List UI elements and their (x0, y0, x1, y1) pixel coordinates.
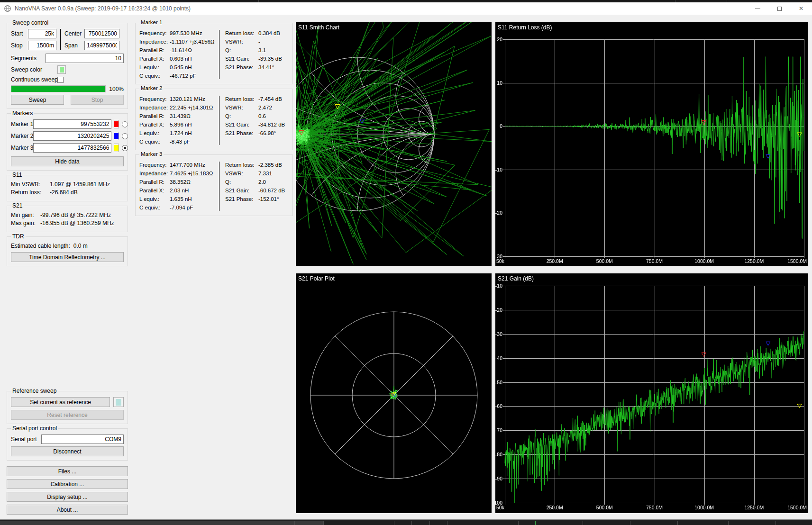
divider (776, 521, 776, 525)
detail-value: 0.545 nH (170, 64, 192, 70)
charts-grid: S11 Smith Chart S11 Return Loss (dB) S21… (296, 22, 808, 518)
minimize-icon (755, 9, 760, 9)
detail-label: Parallel R: (139, 179, 170, 185)
group-title: Marker 3 (139, 151, 164, 157)
detail-label: S21 Gain: (225, 188, 258, 193)
reset-reference-button[interactable]: Reset reference (11, 410, 124, 420)
stop-input[interactable] (28, 41, 56, 50)
detail-label: Frequency: (139, 96, 170, 102)
stop-label: Stop (11, 42, 28, 49)
detail-value: 1.724 nH (170, 130, 192, 136)
calibration-button[interactable]: Calibration ... (7, 479, 128, 489)
detail-label: VSWR: (225, 39, 258, 45)
maximize-icon (777, 7, 782, 11)
chart-title: S21 Gain (dB) (498, 275, 534, 282)
marker-3-color-fill (114, 145, 119, 151)
detail-label: Parallel X: (139, 188, 170, 193)
chart-title: S11 Return Loss (dB) (498, 24, 552, 31)
display-setup-button[interactable]: Display setup ... (7, 492, 128, 502)
start-input[interactable] (28, 29, 56, 38)
detail-label: Q: (225, 47, 258, 53)
detail-label: L equiv.: (139, 130, 170, 136)
sweep-color-fill (60, 67, 64, 72)
marker-1-radio[interactable] (122, 121, 128, 127)
close-button[interactable]: ✕ (790, 2, 812, 15)
app-icon (4, 5, 11, 12)
detail-value: - (258, 39, 260, 45)
divider (411, 521, 412, 525)
sweep-button[interactable]: Sweep (11, 95, 64, 105)
set-reference-button[interactable]: Set current as reference (11, 397, 110, 407)
detail-value: -11.614Ω (170, 47, 192, 53)
marker-1-color-swatch[interactable] (114, 120, 119, 128)
detail-value: 997.530 MHz (170, 30, 202, 36)
center-label: Center (64, 30, 84, 37)
segments-input[interactable] (46, 54, 124, 63)
marker-3-input[interactable] (33, 143, 111, 153)
detail-value: 0.603 nH (170, 56, 192, 62)
detail-value: 31.439Ω (170, 113, 191, 119)
detail-label: S21 Phase: (225, 130, 258, 136)
detail-label: Return loss: (225, 30, 258, 36)
divider (447, 521, 447, 525)
min-gain-value: -99.796 dB @ 35.7222 MHz (40, 212, 111, 218)
divider (258, 0, 259, 2)
serial-port-input[interactable] (41, 434, 124, 444)
max-gain-value: -16.955 dB @ 1360.259 MHz (40, 220, 114, 226)
reference-color-swatch[interactable] (113, 397, 124, 407)
marker-1-details-group: Marker 1 Frequency:997.530 MHz Impedance… (135, 23, 293, 84)
detail-value: 2.03 nH (170, 188, 189, 193)
group-title: S21 (11, 202, 24, 209)
center-input[interactable] (84, 29, 119, 38)
marker-1-label: Marker 1 (11, 121, 33, 127)
main-content: Sweep control Start Stop (0, 15, 812, 518)
marker-3-color-swatch[interactable] (114, 144, 119, 152)
title-bar[interactable]: NanoVNA Saver 0.0.9a (Sweep: 2019-09-17 … (0, 2, 812, 15)
sidebar-spacer (7, 266, 128, 387)
detail-value: 0.384 dB (258, 30, 280, 36)
minimize-button[interactable] (747, 2, 768, 15)
detail-label: Return loss: (225, 96, 258, 102)
taskbar-sliver[interactable] (0, 520, 812, 525)
detail-value: 1477.700 MHz (170, 162, 205, 168)
detail-value: -39.35 dB (258, 56, 282, 62)
s21-gain-canvas[interactable] (495, 273, 808, 513)
s11-return-loss-canvas[interactable] (495, 22, 808, 266)
sweep-control-group: Sweep control Start Stop (7, 23, 128, 109)
marker-3-radio[interactable] (122, 145, 128, 151)
tdr-button[interactable]: Time Domain Reflectometry ... (11, 252, 124, 262)
marker-2-input[interactable] (33, 131, 111, 141)
max-gain-label: Max gain: (11, 220, 40, 226)
files-button[interactable]: Files ... (7, 466, 128, 476)
detail-value: 2.472 (258, 105, 272, 110)
maximize-button[interactable] (768, 2, 790, 15)
continuous-sweep-checkbox[interactable] (57, 77, 64, 83)
detail-value: 7.4625 +j15.183Ω (170, 171, 213, 176)
divider (727, 0, 727, 2)
divider (219, 30, 219, 79)
serial-port-group: Serial port control Serial port Disconne… (7, 428, 128, 461)
marker-2-radio[interactable] (122, 133, 128, 139)
group-title: Marker 1 (139, 19, 164, 25)
sweep-color-swatch[interactable] (57, 65, 66, 74)
segments-label: Segments (11, 55, 46, 62)
group-title: Marker 2 (139, 85, 164, 91)
detail-value: 34.41° (258, 64, 274, 70)
about-button[interactable]: About ... (7, 505, 128, 515)
marker-1-input[interactable] (33, 119, 111, 129)
stop-button[interactable]: Stop (71, 95, 124, 105)
divider (219, 96, 219, 145)
hide-data-button[interactable]: Hide data (11, 156, 124, 166)
divider (219, 162, 219, 211)
serial-port-label: Serial port (11, 436, 41, 443)
divider (394, 521, 394, 525)
divider (675, 0, 675, 2)
min-gain-label: Min gain: (11, 212, 40, 218)
disconnect-button[interactable]: Disconnect (11, 446, 124, 456)
s21-polar-plot-canvas[interactable] (296, 273, 492, 513)
marker-2-color-swatch[interactable] (114, 132, 119, 140)
span-input[interactable] (84, 41, 119, 50)
detail-label: Frequency: (139, 30, 170, 36)
detail-label: Impedance: (139, 39, 170, 45)
s11-smith-chart-canvas[interactable] (296, 22, 492, 266)
